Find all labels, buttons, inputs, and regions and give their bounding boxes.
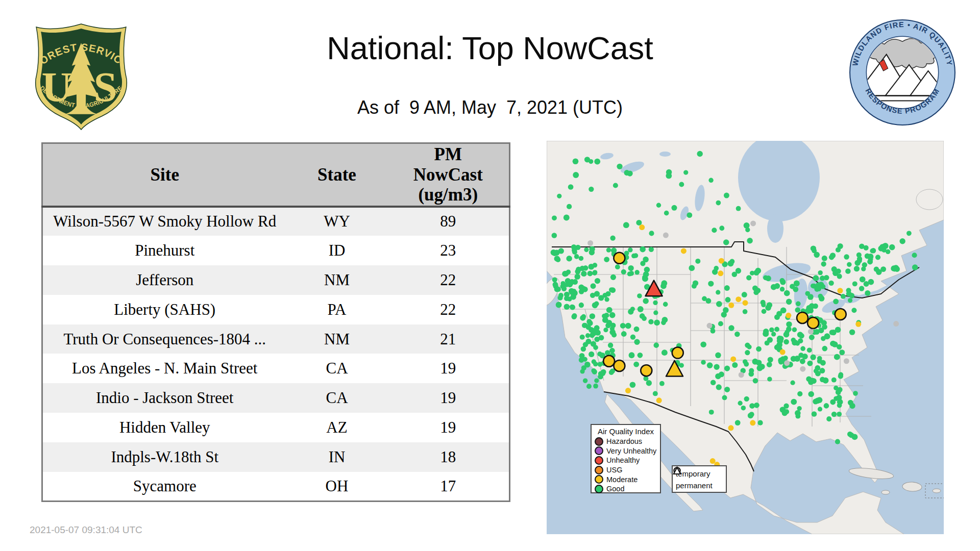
monitor-dot [807,347,812,353]
monitor-dot [709,410,714,415]
marker-legend-permanent: permanent [676,480,723,491]
nowcast-table: SiteStatePMNowCast(ug/m3) Wilson-5567 W … [41,142,510,502]
monitor-dot [794,356,800,362]
monitor-dot [592,302,598,308]
aqi-color-swatch [595,446,603,455]
monitor-dot [815,397,821,404]
monitor-dot [605,323,611,329]
monitor-dot [818,270,822,275]
monitor-dot [594,159,600,165]
monitor-dot [767,377,772,381]
report-page: FOREST SERVICE U S DEPARTMENT OF AGRICUL… [0,0,980,551]
monitor-dot [745,350,750,355]
site-cell: Los Angeles - N. Main Street [42,354,287,383]
monitor-dot [572,279,578,285]
marker-legend-temporary: temporary [676,468,723,480]
monitor-dot [710,380,716,385]
monitor-dot [587,271,593,277]
monitor-dot [755,288,761,293]
aqi-legend-items: HazardousVery UnhealthyUnhealthyUSGModer… [595,437,657,494]
monitor-dot [743,309,748,314]
monitor-dot [580,335,585,340]
monitor-dot [855,321,861,327]
site-cell: Liberty (SAHS) [42,295,287,324]
monitor-dot [894,266,900,272]
monitor-dot [783,404,789,409]
monitor-dot [796,301,801,306]
marker-legend-label: permanent [676,481,713,490]
monitor-dot [779,278,785,283]
monitor-dot [634,270,639,274]
monitor-dot [835,327,841,333]
monitor-dot [821,320,827,325]
monitor-dot [593,270,598,275]
top-site-marker-circle [797,312,808,323]
monitor-dot [589,352,594,357]
monitor-dot [748,413,753,418]
monitor-dot [826,416,831,421]
monitor-dot [822,256,827,261]
monitor-dot [767,302,772,308]
aqi-legend-label: Very Unhealthy [606,447,656,455]
monitor-dot [716,384,722,390]
monitor-dot [738,401,742,406]
monitor-dot [743,300,748,306]
monitor-dot [714,364,719,370]
monitor-dot [728,303,734,308]
monitor-dot [734,332,740,337]
monitor-dot [606,307,612,313]
monitor-dot [800,359,805,364]
monitor-dot [766,276,771,281]
monitor-dot [707,362,713,368]
monitor-dot [637,293,642,298]
site-cell: Jefferson [42,265,287,295]
monitor-dot [724,285,730,291]
monitor-dot [638,353,643,358]
monitor-dot [721,312,727,317]
monitor-dot [800,346,805,352]
monitor-dot [640,246,646,253]
monitor-dot [679,182,684,187]
monitor-dot [845,268,851,274]
table-row: Truth Or Consequences-1804 ...NM21 [42,324,510,354]
monitor-dot [815,371,821,377]
monitor-dot [664,211,669,216]
monitor-dot [610,235,615,240]
monitor-dot [629,352,635,358]
monitor-dot [591,283,596,289]
monitor-dot [573,172,579,178]
monitor-dot [610,274,616,280]
monitor-dot [861,266,866,271]
monitor-dot [744,362,749,367]
value-cell: 22 [387,295,510,324]
monitor-dot [564,215,570,221]
top-site-marker-circle [641,365,652,376]
monitor-dot [837,412,842,417]
monitor-dot [871,248,876,253]
monitor-dot [849,293,855,298]
monitor-dot [818,407,822,411]
monitor-dot [572,313,577,318]
monitor-dot [807,294,814,300]
monitor-dot [689,265,695,271]
monitor-dot [706,323,712,329]
monitor-dot [811,245,816,251]
monitor-dot [728,261,734,267]
table-row: Los Angeles - N. Main StreetCA19 [42,354,510,383]
monitor-dot [780,287,785,291]
monitor-dot [725,297,731,303]
site-cell: Wilson-5567 W Smoky Hollow Rd [42,207,287,236]
monitor-dot [768,357,773,362]
value-cell: 23 [387,236,510,265]
state-cell: CA [287,354,387,383]
column-header: Site [42,143,287,207]
monitor-dot [642,316,647,321]
monitor-dot [593,263,598,268]
site-cell: Indpls-W.18th St [42,442,287,472]
monitor-dot [820,360,826,366]
monitor-dot [834,354,840,360]
monitor-dot [723,239,729,245]
monitor-dot [852,281,857,286]
monitor-dot [636,220,642,226]
monitor-dot [627,170,633,176]
